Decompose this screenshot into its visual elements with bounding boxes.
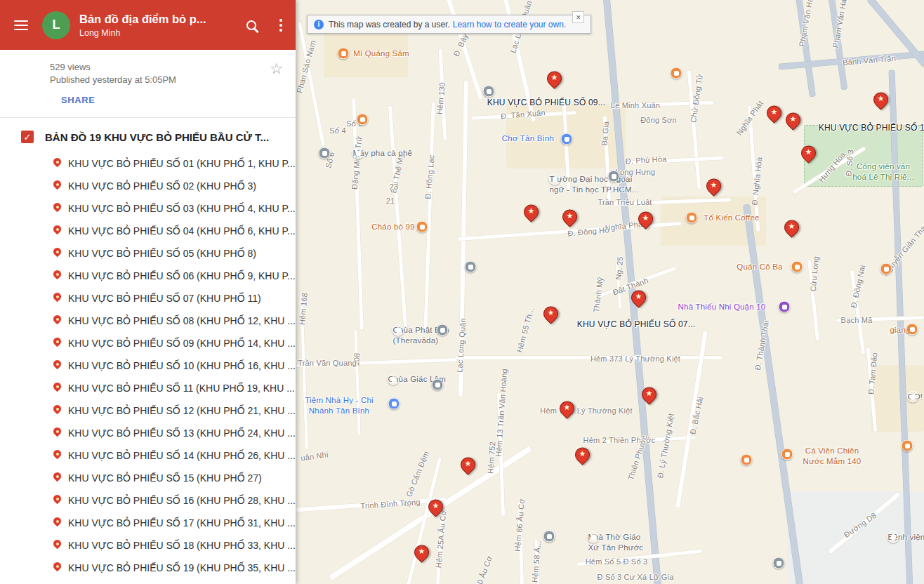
voting-location-marker-pin[interactable]: ★ xyxy=(574,446,591,469)
poi-icon[interactable] xyxy=(483,86,495,98)
poi-icon[interactable] xyxy=(773,557,785,569)
share-button[interactable]: SHARE xyxy=(61,95,95,105)
layer-item[interactable]: KHU VỰC BỎ PHIẾU SỐ 10 (KHU PHỐ 16, KHU … xyxy=(0,354,296,377)
marker-pin-icon xyxy=(53,203,62,214)
search-icon xyxy=(246,20,256,30)
layer-item[interactable]: KHU VỰC BỎ PHIẾU SỐ 09 (KHU PHỐ 14, KHU … xyxy=(0,332,296,354)
poi-icon[interactable] xyxy=(465,261,477,273)
voting-location-marker-pin[interactable]: ★ xyxy=(414,544,430,566)
marker-pin-icon xyxy=(53,540,62,551)
notice-close-button[interactable]: × xyxy=(572,11,584,23)
map-canvas[interactable]: Phan Sào NamĐ. Bảy HiềnLạc Long QuânĐ. T… xyxy=(296,0,924,584)
voting-location-marker-pin[interactable]: ★ xyxy=(638,211,654,233)
map-label: Trường Đại học Ngoại ngữ - Tin học TP.HC… xyxy=(549,173,561,185)
hamburger-menu-button[interactable] xyxy=(0,20,42,30)
map-label: Đông Sơn xyxy=(640,115,677,125)
layer-item[interactable]: KHU VỰC BỎ PHIẾU SỐ 04 (KHU PHỐ 6, KHU P… xyxy=(0,220,296,242)
voting-location-marker-pin[interactable]: ★ xyxy=(523,204,540,226)
map-title: Bản đồ địa điểm bỏ p... xyxy=(79,13,206,25)
poi-icon[interactable] xyxy=(608,171,620,182)
layer-item[interactable]: KHU VỰC BỎ PHIẾU SỐ 06 (KHU PHỐ 9, KHU P… xyxy=(0,265,296,287)
layer-item[interactable]: KHU VỰC BỎ PHIẾU SỐ 11 (KHU PHỐ 19, KHU … xyxy=(0,377,296,399)
map-label: Chùa Giác Lâm xyxy=(388,373,400,385)
layer-item-label: KHU VỰC BỎ PHIẾU SỐ 07 (KHU PHỐ 11) xyxy=(68,293,261,304)
pin-star-icon: ★ xyxy=(631,292,647,301)
poi-icon[interactable] xyxy=(779,301,791,313)
voting-location-marker-pin[interactable]: ★ xyxy=(641,386,658,409)
map-label: Đ. Phú Hòa xyxy=(625,154,667,166)
favorite-star-icon[interactable]: ☆ xyxy=(270,61,283,76)
layer-item[interactable]: KHU VỰC BỎ PHIẾU SỐ 19 (KHU PHỐ 35, KHU … xyxy=(0,557,296,579)
layer-item[interactable]: KHU VỰC BỎ PHIẾU SỐ 18 (KHU PHỐ 33, KHU … xyxy=(0,534,296,557)
layer-item[interactable]: KHU VỰC BỎ PHIẾU SỐ 12 (KHU PHỐ 21, KHU … xyxy=(0,399,296,422)
layer-item-label: KHU VỰC BỎ PHIẾU SỐ 08 (KHU PHỐ 12, KHU … xyxy=(68,315,296,326)
poi-icon[interactable] xyxy=(741,454,753,466)
search-button[interactable] xyxy=(237,20,266,30)
poi-icon[interactable] xyxy=(671,67,682,79)
voting-location-marker-pin[interactable]: ★ xyxy=(428,498,444,521)
map-label: Tiệm Nhà Hy - Chi Nhánh Tân Bình xyxy=(305,395,374,416)
poi-icon[interactable] xyxy=(416,221,428,233)
poi-icon[interactable] xyxy=(432,379,444,391)
poi-icon[interactable] xyxy=(338,48,350,60)
map-label: Hẻm 73/1 Lý Thường Kiệt xyxy=(540,406,632,416)
poi-icon[interactable] xyxy=(543,531,555,543)
hamburger-icon xyxy=(14,20,28,30)
map-label: Hẻm 373 Lý Thường Kiệt xyxy=(590,354,680,364)
voting-location-marker-pin[interactable]: ★ xyxy=(873,91,890,114)
layer-item[interactable]: KHU VỰC BỎ PHIẾU SỐ 16 (KHU PHỐ 28, KHU … xyxy=(0,489,296,512)
poi-icon[interactable] xyxy=(906,324,918,336)
layer-item[interactable]: KHU VỰC BỎ PHIẾU SỐ 02 (KHU PHỐ 3) xyxy=(0,175,296,197)
voting-location-marker-pin[interactable]: ★ xyxy=(546,70,563,93)
layer-item[interactable]: KHU VỰC BỎ PHIẾU SỐ 07 (KHU PHỐ 11) xyxy=(0,287,296,310)
poi-icon[interactable] xyxy=(781,449,793,460)
owner-avatar[interactable]: L xyxy=(42,11,70,39)
poi-icon[interactable] xyxy=(902,440,913,452)
user-map-notice-bar: i This map was created by a user. Learn … xyxy=(307,15,591,34)
marker-pin-icon xyxy=(53,472,62,484)
poi-icon[interactable] xyxy=(686,212,698,224)
pin-star-icon: ★ xyxy=(574,449,590,458)
voting-location-marker-pin[interactable]: ★ xyxy=(784,219,800,241)
voting-location-marker-pin[interactable]: ★ xyxy=(543,305,560,328)
poi-icon[interactable] xyxy=(437,324,449,336)
layer-item[interactable]: KHU VỰC BỎ PHIẾU SỐ 13 (KHU PHỐ 24, KHU … xyxy=(0,422,296,444)
poi-icon[interactable] xyxy=(880,263,892,275)
pin-star-icon: ★ xyxy=(784,222,800,231)
poi-icon[interactable] xyxy=(357,114,369,126)
poi-icon[interactable] xyxy=(561,133,573,145)
map-label: Cháo bò 99 xyxy=(371,222,414,232)
voting-location-marker-pin[interactable]: ★ xyxy=(785,112,802,134)
voting-location-marker-pin[interactable]: ★ xyxy=(559,400,576,423)
voting-location-marker-pin[interactable]: ★ xyxy=(766,105,783,127)
notice-text: This map was created by a user. xyxy=(329,20,450,29)
map-label: Bạch Mã xyxy=(841,315,873,325)
map-label: Nhà Thờ Giáo Xứ Tân Phước xyxy=(588,531,600,543)
poi-icon[interactable] xyxy=(791,261,803,273)
layer-item[interactable]: KHU VỰC BỎ PHIẾU SỐ 05 (KHU PHỐ 8) xyxy=(0,242,296,265)
notice-learn-link[interactable]: Learn how to create your own. xyxy=(453,20,566,29)
poi-icon[interactable] xyxy=(388,398,400,410)
map-label: Trần Văn Quang xyxy=(298,358,357,368)
layer-item-label: KHU VỰC BỎ PHIẾU SỐ 06 (KHU PHỐ 9, KHU P… xyxy=(68,270,296,281)
layer-item[interactable]: KHU VỰC BỎ PHIẾU SỐ 03 (KHU PHỐ 4, KHU P… xyxy=(0,197,296,220)
layer-item[interactable]: KHU VỰC BỎ PHIẾU SỐ 15 (KHU PHỐ 27) xyxy=(0,467,296,489)
map-label: Đ Số 3 Cư Xá Lữ Gia xyxy=(597,572,673,582)
layer-checkbox[interactable] xyxy=(21,131,34,143)
layer-item[interactable]: KHU VỰC BỎ PHIẾU SỐ 14 (KHU PHỐ 26, KHU … xyxy=(0,444,296,467)
voting-location-marker-pin[interactable]: ★ xyxy=(460,456,477,479)
voting-location-marker-pin[interactable]: ★ xyxy=(562,208,579,231)
map-label: Máy pha cà phê xyxy=(352,147,364,159)
layer-item-label: KHU VỰC BỎ PHIẾU SỐ 17 (KHU PHỐ 31, KHU … xyxy=(68,517,296,529)
marker-pin-icon xyxy=(53,315,62,326)
voting-location-marker-pin[interactable]: ★ xyxy=(706,178,722,200)
layer-item[interactable]: KHU VỰC BỎ PHIẾU SỐ 01 (KHU PHỐ 1, KHU P… xyxy=(0,152,296,175)
poi-icon[interactable] xyxy=(319,147,331,159)
layer-item-label: KHU VỰC BỎ PHIẾU SỐ 13 (KHU PHỐ 24, KHU … xyxy=(68,427,296,439)
overflow-menu-button[interactable] xyxy=(266,19,296,32)
voting-location-marker-pin[interactable]: ★ xyxy=(631,289,647,312)
layer-item[interactable]: KHU VỰC BỎ PHIẾU SỐ 17 (KHU PHỐ 31, KHU … xyxy=(0,512,296,534)
layer-item[interactable]: KHU VỰC BỎ PHIẾU SỐ 08 (KHU PHỐ 12, KHU … xyxy=(0,310,296,332)
voting-location-marker-pin[interactable]: ★ xyxy=(800,145,817,167)
marker-pin-icon xyxy=(53,517,62,529)
